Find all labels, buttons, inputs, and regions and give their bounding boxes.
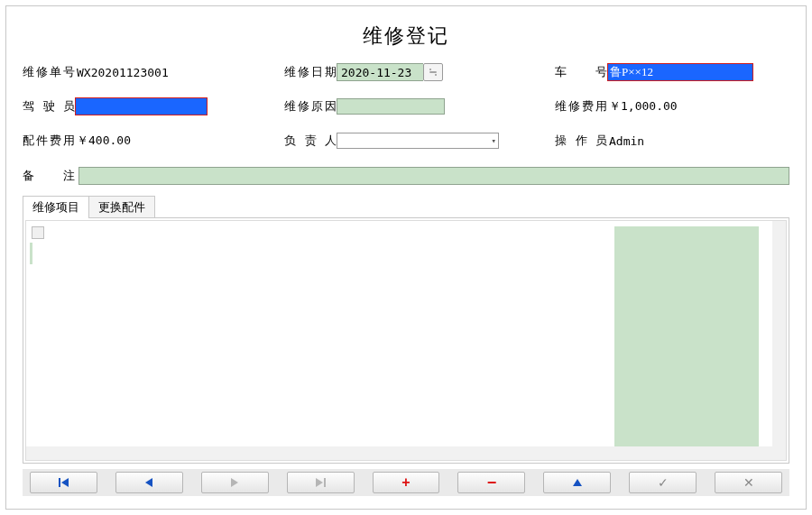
svg-point-0 [429, 69, 431, 70]
person-label: 负 责 人 [284, 133, 337, 149]
car-no-label: 车 号 [555, 64, 607, 80]
nav-add-button[interactable]: + [373, 472, 440, 493]
nav-prev-button[interactable] [115, 472, 183, 493]
car-no-field[interactable]: 鲁P××12 [608, 64, 752, 80]
reason-field[interactable] [337, 98, 445, 115]
bar-icon [59, 478, 60, 487]
db-navigator: + − ✓ ✕ [23, 469, 789, 496]
tab-replace-parts[interactable]: 更换配件 [88, 196, 155, 218]
grid-corner-select[interactable] [32, 226, 44, 239]
horizontal-scrollbar[interactable] [26, 446, 772, 460]
check-icon: ✓ [658, 475, 669, 490]
plus-icon: + [401, 475, 410, 490]
bar-icon [324, 478, 326, 487]
tab-content [23, 217, 789, 464]
grid-row-indicator [30, 243, 32, 264]
nav-cancel-button[interactable]: ✕ [715, 472, 782, 493]
reason-label: 维修原因 [284, 98, 337, 115]
repair-date-value: 2020-11-23 [337, 63, 423, 81]
grid-right-panel [614, 226, 759, 453]
svg-point-1 [435, 74, 437, 76]
nav-first-button[interactable] [30, 472, 97, 493]
driver-label: 驾 驶 员 [23, 98, 75, 115]
cross-icon: ✕ [743, 475, 754, 490]
nav-delete-button[interactable]: − [457, 472, 525, 493]
nav-next-button[interactable] [201, 472, 269, 493]
minus-icon: − [487, 474, 497, 491]
nav-save-button[interactable]: ✓ [629, 472, 697, 493]
date-dropdown-icon[interactable] [423, 63, 443, 81]
page-title: 维修登记 [23, 23, 789, 50]
parts-cost-label: 配件费用 [23, 133, 75, 149]
triangle-right-icon [316, 478, 323, 487]
tab-repair-items[interactable]: 维修项目 [23, 196, 89, 218]
driver-field[interactable] [76, 98, 207, 115]
person-select[interactable]: ▾ [337, 133, 499, 149]
maintenance-register-panel: 维修登记 维修单号 WX20201123001 维修日期 2020-11-23 [5, 5, 807, 510]
triangle-right-icon [231, 478, 238, 487]
nav-edit-button[interactable] [543, 472, 611, 493]
form-area: 维修单号 WX20201123001 维修日期 2020-11-23 车 号 [23, 62, 789, 151]
nav-last-button[interactable] [287, 472, 355, 493]
remark-label: 备 注 [23, 168, 75, 184]
vertical-scrollbar[interactable] [772, 221, 786, 460]
operator-label: 操 作 员 [555, 133, 607, 149]
chevron-down-icon: ▾ [492, 136, 496, 145]
triangle-up-icon [573, 479, 582, 486]
repair-cost-field[interactable]: ￥1,000.00 [607, 98, 715, 115]
triangle-left-icon [145, 478, 152, 487]
tab-strip: 维修项目 更换配件 [23, 198, 789, 217]
repair-date-label: 维修日期 [284, 64, 337, 80]
order-no-field[interactable]: WX20201123001 [75, 64, 210, 80]
operator-field[interactable]: Admin [607, 133, 715, 149]
order-no-label: 维修单号 [23, 64, 75, 80]
repair-date-picker[interactable]: 2020-11-23 [337, 63, 443, 81]
parts-cost-field[interactable]: ￥400.00 [75, 133, 183, 149]
repair-cost-label: 维修费用 [555, 98, 607, 115]
svg-rect-2 [429, 72, 436, 73]
remark-field[interactable] [78, 167, 789, 185]
triangle-left-icon [61, 478, 69, 487]
